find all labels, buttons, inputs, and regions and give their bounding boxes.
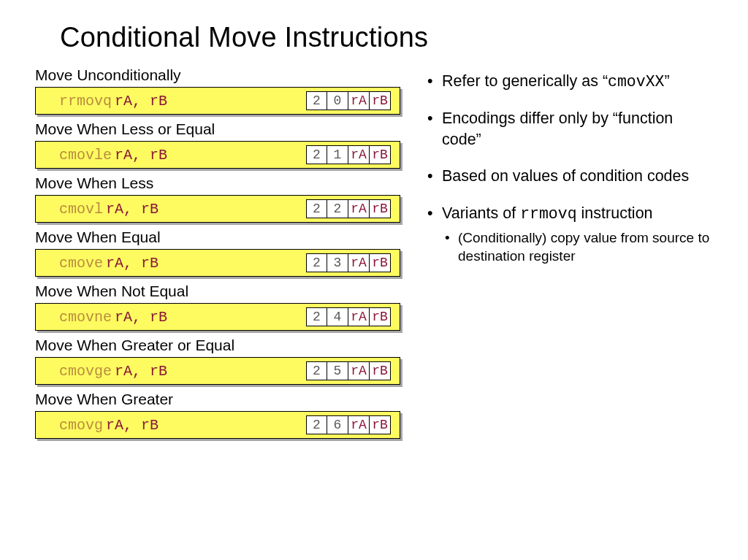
instruction-list: Move Unconditionally rrmovq rA, rB 2 0 r… (35, 66, 404, 445)
byte0: 2 (306, 307, 327, 326)
encoding: 2 3 rA rB (306, 253, 391, 272)
instruction-label: Move When Not Equal (35, 283, 404, 300)
reg-b: rB (370, 145, 391, 164)
byte1: 3 (327, 253, 348, 272)
instruction-block: Move When Greater or Equal cmovge rA, rB… (35, 337, 404, 385)
encoding: 2 0 rA rB (306, 91, 391, 110)
instruction-row: cmovge rA, rB 2 5 rA rB (35, 357, 400, 385)
mnemonic: rrmovq (59, 93, 112, 110)
operands: rA, rB (106, 417, 159, 434)
byte1: 1 (327, 145, 348, 164)
note-item: Encodings differ only by “function code” (427, 108, 713, 150)
encoding: 2 2 rA rB (306, 199, 391, 218)
operands: rA, rB (115, 147, 167, 164)
reg-a: rA (348, 415, 370, 434)
mnemonic: cmove (59, 255, 103, 272)
instruction-label: Move Unconditionally (35, 66, 404, 84)
byte0: 2 (306, 199, 327, 218)
instruction-block: Move When Not Equal cmovne rA, rB 2 4 rA… (35, 283, 404, 331)
reg-b: rB (370, 307, 391, 326)
note-item: Based on values of condition codes (427, 166, 713, 186)
mnemonic: cmovle (59, 147, 112, 164)
mnemonic: cmovge (59, 363, 112, 380)
byte0: 2 (306, 91, 327, 110)
byte0: 2 (306, 253, 327, 272)
byte1: 5 (327, 361, 348, 380)
instruction-block: Move When Greater cmovg rA, rB 2 6 rA rB (35, 391, 404, 439)
reg-a: rA (348, 361, 370, 380)
encoding: 2 4 rA rB (306, 307, 391, 326)
note-code: cmovXX (608, 73, 664, 91)
operands: rA, rB (106, 201, 159, 218)
instruction-label: Move When Less or Equal (35, 120, 404, 138)
instruction-label: Move When Greater (35, 391, 404, 408)
byte0: 2 (306, 415, 327, 434)
instruction-row: rrmovq rA, rB 2 0 rA rB (35, 87, 400, 115)
byte1: 6 (327, 415, 348, 434)
reg-a: rA (348, 199, 370, 218)
note-text: Refer to generically as “ (442, 72, 608, 90)
reg-b: rB (370, 361, 391, 380)
instruction-block: Move Unconditionally rrmovq rA, rB 2 0 r… (35, 66, 404, 115)
mnemonic: cmovne (59, 309, 112, 326)
mnemonic: cmovl (59, 201, 103, 218)
reg-b: rB (370, 91, 391, 110)
instruction-row: cmovne rA, rB 2 4 rA rB (35, 303, 400, 331)
note-code: rrmovq (520, 205, 576, 223)
byte0: 2 (306, 145, 327, 164)
reg-b: rB (370, 199, 391, 218)
byte1: 2 (327, 199, 348, 218)
byte0: 2 (306, 361, 327, 380)
instruction-label: Move When Greater or Equal (35, 337, 404, 354)
reg-a: rA (348, 91, 370, 110)
reg-b: rB (370, 253, 391, 272)
instruction-block: Move When Equal cmove rA, rB 2 3 rA rB (35, 229, 404, 277)
reg-a: rA (348, 253, 370, 272)
instruction-label: Move When Equal (35, 229, 404, 246)
instruction-row: cmovle rA, rB 2 1 rA rB (35, 141, 400, 169)
instruction-block: Move When Less or Equal cmovle rA, rB 2 … (35, 120, 404, 169)
encoding: 2 6 rA rB (306, 415, 391, 434)
instruction-block: Move When Less cmovl rA, rB 2 2 rA rB (35, 174, 404, 223)
page-title: Conditional Move Instructions (60, 22, 713, 53)
encoding: 2 1 rA rB (306, 145, 391, 164)
instruction-label: Move When Less (35, 174, 404, 192)
reg-a: rA (348, 145, 370, 164)
note-text: ” (664, 72, 669, 90)
notes-list: Refer to generically as “cmovXX” Encodin… (427, 71, 713, 265)
byte1: 4 (327, 307, 348, 326)
operands: rA, rB (115, 93, 167, 110)
note-item: Refer to generically as “cmovXX” (427, 71, 713, 92)
operands: rA, rB (115, 309, 167, 326)
encoding: 2 5 rA rB (306, 361, 391, 380)
instruction-row: cmovl rA, rB 2 2 rA rB (35, 195, 400, 223)
byte1: 0 (327, 91, 348, 110)
instruction-row: cmovg rA, rB 2 6 rA rB (35, 411, 400, 439)
reg-a: rA (348, 307, 370, 326)
instruction-row: cmove rA, rB 2 3 rA rB (35, 249, 400, 277)
operands: rA, rB (106, 255, 159, 272)
note-subitem: (Conditionally) copy value from source t… (442, 229, 713, 265)
reg-b: rB (370, 415, 391, 434)
mnemonic: cmovg (59, 417, 103, 434)
operands: rA, rB (115, 363, 167, 380)
note-item: Variants of rrmovq instruction (Conditio… (427, 203, 713, 266)
note-text: Variants of (442, 204, 520, 222)
note-text: instruction (577, 204, 653, 222)
